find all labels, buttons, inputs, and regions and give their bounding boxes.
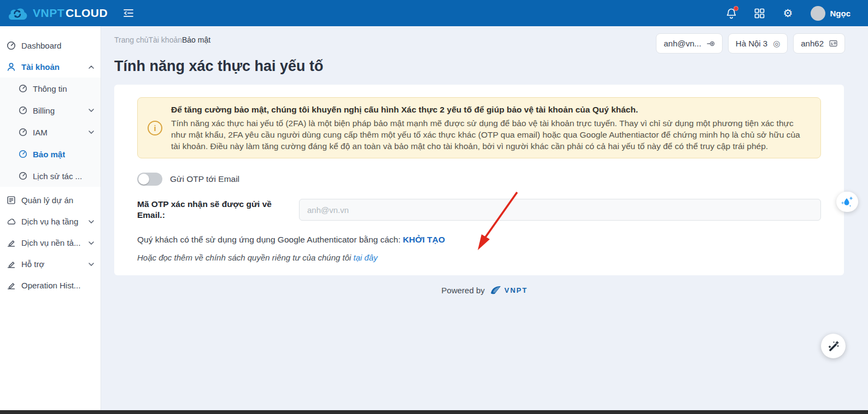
region-selector-value: Hà Nội 3: [736, 39, 767, 48]
account-selector-value: anh@vn...: [664, 39, 701, 48]
gauge-icon: [19, 84, 27, 93]
chevron-down-icon: [89, 241, 94, 245]
chevron-down-icon: [89, 220, 94, 223]
account-switch-icon: [707, 40, 715, 47]
project-list-icon: [7, 196, 16, 205]
breadcrumb-bao-mat: Bảo mật: [182, 36, 210, 44]
alert-title: Để tăng cường bảo mật, chúng tôi khuyến …: [171, 104, 811, 115]
user-menu[interactable]: Ngọc: [811, 6, 851, 21]
notification-badge: [734, 6, 738, 11]
user-icon: [7, 62, 16, 72]
project-selector-value: anh62: [801, 39, 824, 48]
sidebar-item-thong-tin[interactable]: Thông tin: [0, 78, 101, 99]
khoi-tao-link[interactable]: KHỞI TẠO: [403, 235, 445, 244]
sidebar-item-ho-tro[interactable]: Hỗ trợ: [0, 253, 101, 275]
magic-wand-icon: [827, 340, 840, 353]
chevron-down-icon: [89, 263, 94, 266]
breadcrumb-trang-chu[interactable]: Trang chủ: [114, 36, 149, 44]
droplet-widget-button[interactable]: [836, 192, 858, 212]
sidebar-collapse-icon[interactable]: [123, 9, 134, 17]
account-selector[interactable]: anh@vn...: [656, 33, 723, 54]
breadcrumb-tai-khoan[interactable]: Tài khoản: [149, 36, 182, 44]
breadcrumb: Trang chủTài khoảnBảo mật: [114, 33, 210, 44]
app-grid-icon[interactable]: [754, 7, 766, 19]
sidebar-item-iam[interactable]: IAM: [0, 121, 101, 143]
project-card-icon: [829, 40, 837, 47]
security-alert: i Để tăng cường bảo mật, chúng tôi khuyế…: [137, 97, 821, 158]
otp-email-input[interactable]: [299, 199, 821, 221]
powered-by-text: Powered by: [442, 286, 485, 295]
user-name: Ngọc: [830, 9, 851, 18]
cloud-icon: [7, 217, 16, 226]
compose-icon: [7, 259, 16, 269]
otp-email-label: Mã OTP xác nhận sẽ được gửi về Email.:: [137, 199, 299, 221]
sidebar-item-quan-ly-du-an[interactable]: Quản lý dự án: [0, 190, 101, 211]
gauge-icon: [19, 150, 27, 158]
two-factor-card: i Để tăng cường bảo mật, chúng tôi khuyế…: [114, 85, 844, 275]
gauge-icon: [19, 106, 27, 115]
magic-wand-button[interactable]: [821, 334, 846, 358]
chevron-up-icon: [89, 66, 94, 69]
toggle-knob: [138, 174, 149, 185]
alert-body: Tính năng xác thực hai yếu tố (2FA) là m…: [171, 117, 811, 152]
location-icon: ◎: [773, 39, 780, 49]
cloud-logo-icon: [5, 5, 28, 21]
project-selector[interactable]: anh62: [793, 33, 845, 54]
vnpt-cloud-app: VNPTCLOUD ⚙: [0, 0, 868, 414]
context-selectors: anh@vn... Hà Nội 3 ◎ anh62: [656, 33, 845, 54]
sidebar: Dashboard Tài khoản Thông tin Bil: [0, 26, 101, 410]
sidebar-item-dashboard[interactable]: Dashboard: [0, 35, 101, 56]
horizontal-scrollbar[interactable]: [0, 410, 868, 414]
otp-toggle-label: Gửi OTP tới Email: [170, 174, 239, 184]
powered-by-footer: Powered by VNPT: [101, 285, 868, 295]
compose-icon: [7, 238, 16, 247]
region-selector[interactable]: Hà Nội 3 ◎: [728, 33, 788, 54]
sidebar-item-tai-khoan[interactable]: Tài khoản: [0, 56, 101, 78]
sidebar-item-billing[interactable]: Billing: [0, 99, 101, 121]
gauge-icon: [7, 41, 16, 50]
gauge-icon: [19, 128, 27, 137]
otp-toggle-row: Gửi OTP tới Email: [137, 173, 821, 186]
compose-icon: [7, 281, 16, 290]
top-navbar: VNPTCLOUD ⚙: [0, 0, 868, 26]
logo-wordmark: VNPTCLOUD: [33, 7, 108, 20]
main-content: Trang chủTài khoảnBảo mật anh@vn... Hà N…: [101, 26, 868, 410]
sidebar-item-dich-vu-ha-tang[interactable]: Dịch vụ hạ tầng: [0, 211, 101, 232]
sidebar-item-bao-mat[interactable]: Bảo mật: [0, 143, 101, 165]
sidebar-item-lich-su-tac[interactable]: Lịch sử tác ...: [0, 165, 101, 187]
sidebar-item-operation-history[interactable]: Operation Hist...: [0, 275, 101, 296]
alert-content: Để tăng cường bảo mật, chúng tôi khuyến …: [171, 104, 811, 152]
page-title: Tính năng xác thực hai yếu tố: [114, 57, 855, 75]
user-avatar: [811, 6, 825, 21]
gauge-icon: [19, 171, 27, 180]
chevron-down-icon: [89, 109, 94, 112]
settings-gear-icon[interactable]: ⚙: [782, 7, 794, 19]
sidebar-submenu-tai-khoan: Thông tin Billing IAM: [0, 78, 101, 187]
content-header-row: Trang chủTài khoảnBảo mật anh@vn... Hà N…: [101, 26, 868, 54]
vnpt-cloud-logo[interactable]: VNPTCLOUD: [5, 5, 108, 21]
authenticator-text: Quý khách có thể sử dụng ứng dụng Google…: [137, 235, 401, 244]
vnpt-footer-wordmark: VNPT: [505, 286, 528, 294]
privacy-policy-link[interactable]: tại đây: [354, 253, 378, 262]
sidebar-item-dich-vu-nen-tang[interactable]: Dịch vụ nền tả...: [0, 232, 101, 253]
authenticator-line: Quý khách có thể sử dụng ứng dụng Google…: [137, 235, 821, 245]
chevron-down-icon: [89, 131, 94, 134]
otp-email-toggle[interactable]: [137, 173, 162, 186]
privacy-line: Hoặc đọc thêm về chính sách quyền riêng …: [137, 253, 821, 262]
info-icon: i: [148, 121, 162, 135]
navbar-actions: ⚙ Ngọc: [725, 6, 851, 21]
otp-email-row: Mã OTP xác nhận sẽ được gửi về Email.:: [137, 199, 821, 221]
vnpt-footer-logo: VNPT: [490, 285, 528, 295]
vnpt-swoosh-icon: [490, 285, 502, 295]
water-droplet-icon: [841, 196, 854, 209]
privacy-text: Hoặc đọc thêm về chính sách quyền riêng …: [137, 253, 351, 262]
notification-bell-icon[interactable]: [725, 7, 737, 19]
